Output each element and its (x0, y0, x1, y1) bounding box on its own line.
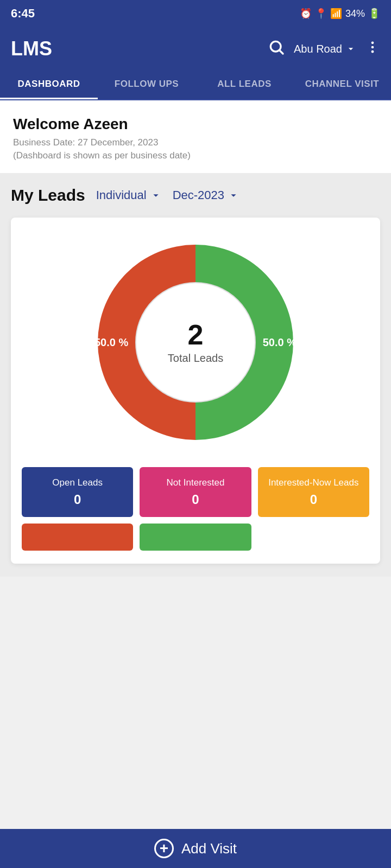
business-date: Business Date: 27 December, 2023 (13, 137, 378, 148)
interested-now-label: Interested-Now Leads (263, 477, 364, 489)
lead-stats-row2 (22, 524, 369, 551)
welcome-section: Welcome Azeen Business Date: 27 December… (0, 100, 391, 173)
status-icons: ⏰ 📍 📶 34% 🔋 (300, 8, 380, 20)
status-time: 6:45 (11, 7, 35, 21)
open-leads-label: Open Leads (27, 477, 128, 489)
interested-now-value: 0 (263, 492, 364, 507)
red-percentage: 50.0 % (94, 336, 128, 349)
status-bar: 6:45 ⏰ 📍 📶 34% 🔋 (0, 0, 391, 27)
donut-chart-container: 2 Total Leads 50.0 % 50.0 % (87, 234, 304, 451)
chart-card: 2 Total Leads 50.0 % 50.0 % Open Leads 0… (11, 218, 380, 564)
network-icon: 📶 (330, 8, 342, 20)
green-percentage: 50.0 % (263, 336, 297, 349)
filter-month-value: Dec-2023 (173, 188, 224, 202)
not-interested-label: Not Interested (145, 477, 245, 489)
total-leads-number: 2 (168, 321, 223, 349)
app-header: LMS Abu Road (0, 27, 391, 71)
dashboard-note: (Dashboard is shown as per business date… (13, 150, 378, 161)
location-icon: 📍 (315, 8, 327, 20)
add-visit-bar[interactable]: + Add Visit (0, 829, 391, 868)
open-leads-box[interactable]: Open Leads 0 (22, 467, 133, 517)
total-leads-label: Total Leads (168, 352, 223, 365)
filter-type-value: Individual (96, 188, 147, 202)
filter-month-dropdown[interactable]: Dec-2023 (173, 188, 239, 202)
my-leads-title: My Leads (11, 186, 85, 205)
not-interested-box[interactable]: Not Interested 0 (140, 467, 251, 517)
more-menu-button[interactable] (365, 40, 380, 59)
svg-line-1 (280, 50, 283, 54)
my-leads-header: My Leads Individual Dec-2023 (11, 186, 380, 205)
tab-dashboard[interactable]: DASHBOARD (0, 71, 98, 99)
svg-point-3 (371, 46, 374, 48)
add-visit-label: Add Visit (181, 840, 237, 857)
filter-type-dropdown[interactable]: Individual (96, 188, 162, 202)
partial-box-red (22, 524, 133, 551)
interested-now-box[interactable]: Interested-Now Leads 0 (258, 467, 369, 517)
add-visit-icon: + (154, 839, 174, 858)
tab-allleads[interactable]: ALL LEADS (195, 71, 293, 99)
location-selector[interactable]: Abu Road (294, 43, 356, 55)
tab-channelvisit[interactable]: CHANNEL VISIT (293, 71, 391, 99)
tab-followups[interactable]: FOLLOW UPS (98, 71, 195, 99)
partial-box-green (140, 524, 251, 551)
not-interested-value: 0 (145, 492, 245, 507)
nav-tabs: DASHBOARD FOLLOW UPS ALL LEADS CHANNEL V… (0, 71, 391, 100)
donut-center: 2 Total Leads (168, 321, 223, 365)
app-title: LMS (11, 37, 259, 60)
svg-point-2 (371, 41, 374, 44)
open-leads-value: 0 (27, 492, 128, 507)
dashboard-section: My Leads Individual Dec-2023 2 (0, 173, 391, 577)
search-button[interactable] (268, 39, 285, 60)
location-text: Abu Road (294, 43, 342, 55)
welcome-greeting: Welcome Azeen (13, 116, 378, 133)
svg-point-4 (371, 50, 374, 53)
lead-stats-row: Open Leads 0 Not Interested 0 Interested… (22, 467, 369, 517)
battery-icon: 🔋 (368, 8, 380, 20)
battery-indicator: 34% (345, 8, 365, 20)
partial-box-empty (258, 524, 369, 551)
alarm-icon: ⏰ (300, 8, 312, 20)
